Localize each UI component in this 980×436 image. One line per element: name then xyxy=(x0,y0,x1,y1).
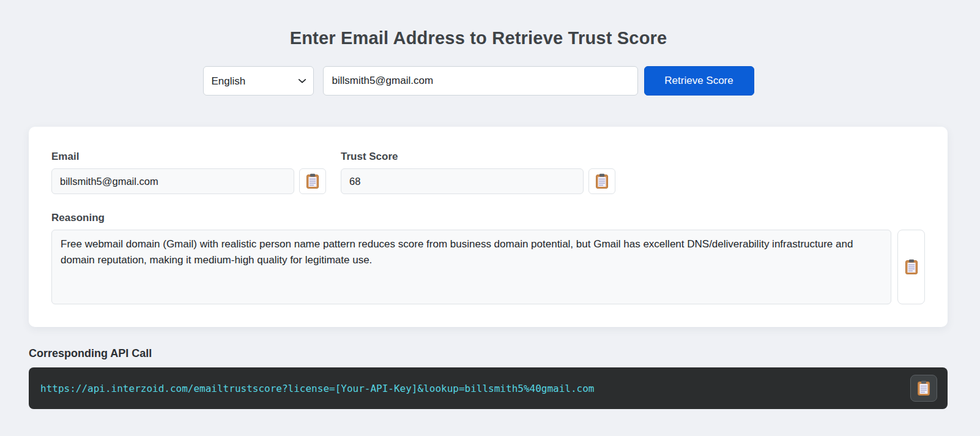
entry-controls-row: English Retrieve Score xyxy=(29,66,928,96)
retrieve-score-button[interactable]: Retrieve Score xyxy=(644,66,754,96)
api-call-bar: https://api.interzoid.com/emailtrustscor… xyxy=(29,367,948,409)
trust-score-label: Trust Score xyxy=(341,151,615,163)
copy-api-url-button[interactable] xyxy=(910,375,937,402)
copy-trust-score-button[interactable] xyxy=(588,168,615,194)
trust-score-field-group: Trust Score xyxy=(341,151,615,194)
clipboard-icon xyxy=(306,173,319,189)
api-call-heading: Corresponding API Call xyxy=(29,347,948,360)
reasoning-result-field[interactable]: Free webmail domain (Gmail) with realist… xyxy=(51,230,891,304)
trust-score-result-field[interactable] xyxy=(341,168,584,194)
result-fields-row: Email xyxy=(51,151,925,194)
page-title: Enter Email Address to Retrieve Trust Sc… xyxy=(29,28,928,48)
email-result-field[interactable] xyxy=(51,168,294,194)
reasoning-field-line: Free webmail domain (Gmail) with realist… xyxy=(51,230,925,304)
email-lookup-input[interactable] xyxy=(323,66,638,96)
language-select[interactable]: English xyxy=(203,66,314,96)
copy-reasoning-button[interactable] xyxy=(897,230,925,304)
reasoning-block: Reasoning Free webmail domain (Gmail) wi… xyxy=(51,212,925,304)
page-wrapper: Enter Email Address to Retrieve Trust Sc… xyxy=(29,0,948,409)
entry-section: Enter Email Address to Retrieve Trust Sc… xyxy=(29,0,928,96)
email-field-group: Email xyxy=(51,151,326,194)
language-select-wrap: English xyxy=(203,66,314,96)
clipboard-icon xyxy=(905,259,918,275)
reasoning-label: Reasoning xyxy=(51,212,925,224)
copy-email-button[interactable] xyxy=(299,168,326,194)
trust-score-field-line xyxy=(341,168,615,194)
clipboard-icon xyxy=(917,380,930,396)
result-card: Email xyxy=(29,127,948,327)
clipboard-icon xyxy=(595,173,609,189)
api-call-url: https://api.interzoid.com/emailtrustscor… xyxy=(40,383,910,394)
email-label: Email xyxy=(51,151,326,163)
email-field-line xyxy=(51,168,326,194)
